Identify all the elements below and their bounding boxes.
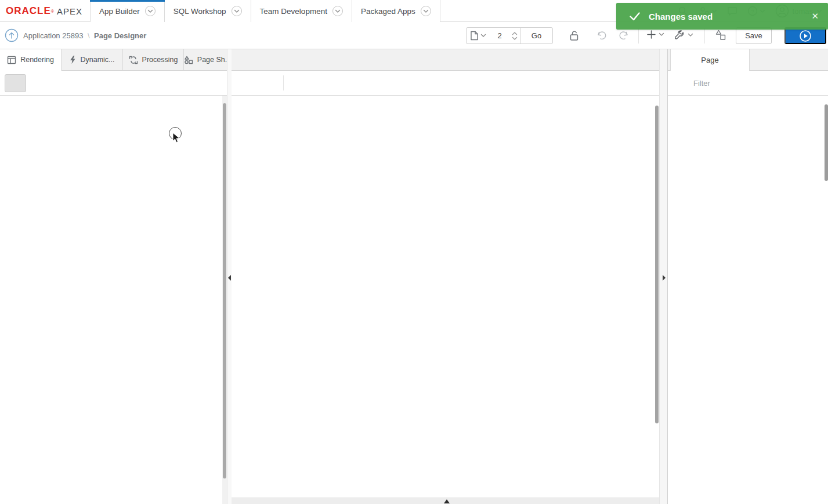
tab-rendering[interactable]: Rendering (0, 49, 62, 71)
collapse-right-panel-icon[interactable] (663, 275, 666, 281)
create-menu-button[interactable] (646, 30, 664, 39)
page-icon (470, 31, 479, 41)
pageshared-icon (184, 56, 193, 64)
tree-group-view-button[interactable] (29, 74, 50, 92)
nav-tab-packaged-apps[interactable]: Packaged Apps (352, 0, 440, 22)
layout-toolbar (232, 71, 667, 96)
nav-tab-sql-workshop[interactable]: SQL Workshop (165, 0, 251, 22)
run-page-button[interactable] (784, 27, 826, 44)
tab-label: Rendering (20, 56, 54, 64)
utilities-menu-button[interactable] (674, 30, 693, 41)
toast-close-icon[interactable]: ✕ (811, 11, 819, 21)
center-panel-tabs (232, 49, 667, 71)
property-scrollbar[interactable] (824, 104, 828, 504)
toolbar-divider (704, 28, 705, 43)
shared-components-icon[interactable] (715, 29, 726, 41)
rendering-icon (7, 56, 16, 64)
tab-dynamic-[interactable]: Dynamic... (62, 49, 123, 70)
page-number-stepper[interactable] (509, 28, 520, 43)
rendering-panel: RenderingDynamic...ProcessingPage Sh... (0, 49, 232, 504)
tab-label: Page Sh... (197, 56, 231, 64)
top-nav-tabs: App BuilderSQL WorkshopTeam DevelopmentP… (90, 0, 440, 22)
chevron-down-icon[interactable] (232, 6, 242, 16)
property-editor-body (668, 96, 824, 504)
nav-tab-label: App Builder (99, 7, 140, 16)
top-navigation-bar: ORACLE® APEX App BuilderSQL WorkshopTeam… (0, 0, 828, 22)
go-button[interactable]: Go (520, 28, 552, 43)
property-filter-row: Filter (668, 71, 828, 96)
nav-tab-label: Team Development (260, 7, 327, 16)
filter-input[interactable]: Filter (693, 71, 710, 96)
toolbar-divider (638, 28, 639, 43)
canvas-bottom-splitter[interactable] (232, 498, 659, 504)
layout-panel (232, 49, 667, 504)
nav-tab-team-development[interactable]: Team Development (251, 0, 352, 22)
nav-tab-label: Packaged Apps (361, 7, 415, 16)
check-icon (629, 12, 641, 21)
lock-icon[interactable] (569, 30, 579, 41)
canvas-scrollbar[interactable] (655, 96, 659, 498)
property-editor-panel: Page Filter (667, 49, 828, 504)
tree-order-view-button[interactable] (5, 74, 26, 92)
tab-processing[interactable]: Processing (123, 49, 184, 70)
toast-message: Changes saved (649, 12, 713, 21)
dynamic-icon (69, 55, 76, 64)
tab-label: Processing (142, 56, 178, 64)
play-icon (799, 30, 812, 42)
chevron-down-icon[interactable] (145, 6, 156, 16)
processing-icon (129, 56, 138, 64)
tab-label: Dynamic... (80, 56, 114, 64)
undo-icon[interactable] (596, 30, 608, 41)
oracle-wordmark: ORACLE (6, 5, 51, 17)
nav-tab-label: SQL Workshop (173, 7, 226, 16)
redo-icon[interactable] (617, 30, 629, 41)
save-button[interactable]: Save (736, 27, 772, 44)
left-panel-tabs: RenderingDynamic...ProcessingPage Sh... (0, 49, 232, 71)
rendering-tree (0, 96, 222, 504)
nav-tab-app-builder[interactable]: App Builder (90, 0, 165, 22)
go-to-application-icon[interactable] (5, 28, 19, 42)
page-selector-group: 2 Go (466, 27, 553, 44)
breadcrumb-page-designer: Page Designer (94, 22, 146, 49)
collapse-left-panel-icon[interactable] (228, 275, 231, 281)
breadcrumb-application[interactable]: Application 25893 (23, 22, 83, 49)
chevron-down-icon[interactable] (332, 6, 343, 16)
apex-wordmark: APEX (57, 6, 82, 16)
layout-canvas (232, 96, 655, 498)
left-splitter[interactable] (227, 49, 232, 504)
tree-toolbar (0, 71, 232, 96)
tab-page-sh-[interactable]: Page Sh... (184, 49, 232, 70)
tree-scrollbar[interactable] (222, 96, 227, 504)
breadcrumb-separator: \ (88, 22, 90, 49)
changes-saved-toast: Changes saved ✕ (616, 3, 828, 30)
right-panel-tabs: Page (668, 49, 828, 71)
tab-page[interactable]: Page (670, 49, 750, 71)
mouse-cursor (172, 132, 181, 144)
chevron-down-icon[interactable] (421, 6, 431, 16)
right-splitter[interactable] (659, 49, 667, 504)
page-number-input[interactable]: 2 (490, 28, 509, 43)
toolbar-divider (283, 75, 284, 90)
expand-messages-icon[interactable] (444, 499, 450, 503)
page-finder-button[interactable] (467, 28, 490, 43)
oracle-apex-logo: ORACLE® APEX (6, 0, 82, 22)
